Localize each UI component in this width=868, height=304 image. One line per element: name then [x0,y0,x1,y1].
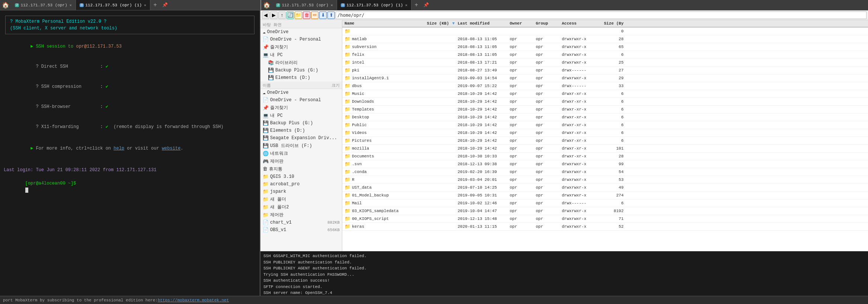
tree-item-library[interactable]: 📚 라이브러리 [260,59,342,67]
header-size-b[interactable]: Size (By [595,21,625,26]
table-row[interactable]: 📁 subversion 2018-08-13 11:05 opr opr dr… [342,43,868,51]
table-row[interactable]: 📁 Public 2018-10-29 14:42 opr opr drwxr-… [342,121,868,129]
table-row[interactable]: 📁 00_KIOPS_script 2019-12-13 15:48 opr o… [342,215,868,223]
tree-item-newfolder[interactable]: 📁 새 폴더 [260,195,342,203]
sftp-path-input[interactable] [336,12,867,19]
table-row[interactable]: 📁 Templates 2018-10-29 14:42 opr opr drw… [342,106,868,113]
table-row[interactable]: 📁 matlab 2018-08-13 11:05 opr opr drwxrw… [342,35,868,43]
file-name: subversion [352,45,377,49]
sftp-toolbar: ◀ ▶ ↑ 🔄 📁 🗑 ✏ ⬇ ⬆ [260,10,868,20]
table-row[interactable]: 📁 .conda 2019-02-20 16:39 opr opr drwxrw… [342,168,868,176]
tree-item-newfolder2[interactable]: 📁 새 폴더2 [260,203,342,211]
tree-item-qgis[interactable]: 📁 QGIS 3.10 [260,173,342,180]
home-icon-right[interactable]: 🏠 [263,1,271,9]
terminal-content[interactable]: ? MobaXterm Personal Edition v22.0 ? (SS… [0,10,260,296]
file-name: pki [352,68,359,73]
file-owner: opr [510,123,536,127]
tree-item-network[interactable]: 🌐 네트워크 [260,150,342,157]
sftp-btn-new-folder[interactable]: 📁 [295,12,302,19]
header-group[interactable]: Group [536,21,562,26]
tree-item-favorites2[interactable]: 📌 즐겨찾기 [260,104,342,112]
table-row[interactable]: 📁 Music 2018-10-29 14:42 opr opr drwxr-x… [342,90,868,98]
tree-item-backup2[interactable]: 💾 Backup Plus (G:) [260,119,342,127]
tab-left-2[interactable]: 3 112.171.37.53 (opr) (1) ✕ [76,0,150,10]
sftp-btn-refresh[interactable]: 🔄 [286,12,294,19]
prompt-text: [opr@a4locean00 ~]$ [25,181,76,186]
new-tab-right[interactable]: + [411,2,421,9]
file-modified: 2018-10-29 14:42 [458,115,510,119]
sftp-btn-forward[interactable]: ▶ [270,12,278,19]
tab-pin-left[interactable]: 📌 [160,2,170,8]
header-size-kb[interactable]: Size (KB) ▼ [424,21,458,26]
new-tab-left[interactable]: + [150,2,160,9]
sftp-btn-delete[interactable]: 🗑 [303,12,310,19]
file-size-b: 99 [595,162,625,166]
tree-item-obs[interactable]: 📄 OBS_v1 656KB [260,226,342,234]
tree-item-onedrive2[interactable]: ☁ OneDrive [260,89,342,96]
table-row[interactable]: 📁 Desktop 2018-10-29 14:42 opr opr drwxr… [342,113,868,121]
header-owner[interactable]: Owner [510,21,536,26]
tab-right-2-close[interactable]: ✕ [405,3,407,7]
table-row[interactable]: 📁 R 2019-03-04 20:01 opr opr drwxrwxr-x … [342,176,868,184]
header-modified[interactable]: Last modified [458,21,510,26]
tree-item-onedrive-personal2[interactable]: 📄 OneDrive - Personal [260,96,342,104]
table-row[interactable]: 📁 0 [342,28,868,35]
file-access: drwxrwxr-x [562,76,595,80]
tree-item-backup[interactable]: 💾 Backup Plus (G:) [260,67,342,74]
tree-item-onedrive[interactable]: ☁ OneDrive [260,28,342,36]
tab-right-1[interactable]: 2 112.171.37.53 (opr) ✕ [272,0,337,10]
table-row[interactable]: 📁 installAgent9.1 2019-09-03 14:54 opr o… [342,74,868,82]
sftp-btn-up[interactable]: ↑ [278,12,286,19]
tree-item-mypc2[interactable]: 💻 내 PC [260,112,342,119]
table-row[interactable]: 📁 Downloads 2018-10-29 14:42 opr opr drw… [342,98,868,106]
sftp-btn-download[interactable]: ⬇ [319,12,327,19]
tab-right-2[interactable]: 3 112.171.37.53 (opr) (1) ✕ [337,0,411,10]
tab-right-1-close[interactable]: ✕ [331,3,333,7]
table-row[interactable]: 📁 intel 2018-08-13 17:21 opr opr drwxrwx… [342,59,868,67]
file-owner: opr [510,162,536,166]
table-row[interactable]: 📁 keras 2020-01-13 11:15 opr opr drwxrwx… [342,223,868,231]
file-access: drwxr-xr-x [562,131,595,135]
tree-item-elements[interactable]: 💾 Elements (D:) [260,74,342,81]
table-row[interactable]: 📁 .svn 2018-12-13 09:38 opr opr drwxrwxr… [342,160,868,168]
sftp-btn-back[interactable]: ◀ [262,12,269,19]
tree-item-favorites[interactable]: 📌 즐겨찾기 [260,43,342,51]
table-row[interactable]: 📁 01_Model_backup 2019-09-05 10:31 opr o… [342,192,868,199]
file-group: opr [536,193,562,198]
table-row[interactable]: 📁 UST_data 2019-07-10 14:25 opr opr drwx… [342,184,868,192]
tree-item-trash[interactable]: 🗑 휴지통 [260,165,342,173]
tree-item-control2[interactable]: 📁 제어판 [260,211,342,219]
tree-item-control[interactable]: 🎮 제어판 [260,157,342,165]
tree-item-mypc[interactable]: 💻 내 PC [260,51,342,59]
table-row[interactable]: 📁 dbus 2019-09-07 15:22 opr opr drwx----… [342,82,868,90]
tab-left-1[interactable]: 2 112.171.37.53 (opr) ✕ [11,0,76,10]
file-size-b: 25 [595,60,625,65]
header-name[interactable]: Name [342,21,424,26]
file-icon: 📄 [263,220,269,225]
table-row[interactable]: 📁 03_KIOPS_sampledata 2019-10-04 14:47 o… [342,207,868,215]
tree-item-seagate[interactable]: 💾 Seagate Expansion Driv... [260,134,342,142]
status-link[interactable]: https://mobaxterm.mobatek.net [158,298,229,303]
sftp-btn-rename[interactable]: ✏ [311,12,318,19]
tree-item-chart[interactable]: 📄 chart_v1 882KB [260,219,342,226]
tree-item-elements2[interactable]: 💾 Elements (D:) [260,127,342,134]
tree-item-onedrive-personal[interactable]: 📄 OneDrive - Personal [260,36,342,43]
tab-left-1-close[interactable]: ✕ [70,3,72,7]
tab-pin-right[interactable]: 📌 [421,2,431,8]
sftp-btn-upload[interactable]: ⬆ [327,12,335,19]
table-row[interactable]: 📁 pki 2018-08-27 13:49 opr opr drwx-----… [342,67,868,74]
table-row[interactable]: 📁 Mail 2019-10-02 12:46 opr opr drwx----… [342,199,868,207]
home-icon-left[interactable]: 🏠 [1,1,10,9]
tab-left-2-close[interactable]: ✕ [144,3,146,7]
file-tree: 바탕 화면 ☁ OneDrive 📄 OneDrive - Personal 📌… [260,20,342,251]
log-area: SSH GSSAPI_WITH_MIC authentication faile… [260,251,868,296]
table-row[interactable]: 📁 mozilla 2018-10-29 14:42 opr opr drwxr… [342,145,868,153]
table-row[interactable]: 📁 Videos 2018-10-29 14:42 opr opr drwxr-… [342,129,868,137]
tree-item-jspark[interactable]: 📁 jspark [260,188,342,195]
table-row[interactable]: 📁 Documents 2018-10-30 10:33 opr opr drw… [342,153,868,160]
table-row[interactable]: 📁 felix 2018-08-13 11:05 opr opr drwxrwx… [342,51,868,59]
header-access[interactable]: Access [562,21,595,26]
tree-item-usb[interactable]: 💾 USB 드라이브 (F:) [260,142,342,150]
tree-item-acrobat[interactable]: 📁 acrobat_pro [260,180,342,188]
table-row[interactable]: 📁 Pictures 2018-10-29 14:42 opr opr drwx… [342,137,868,145]
